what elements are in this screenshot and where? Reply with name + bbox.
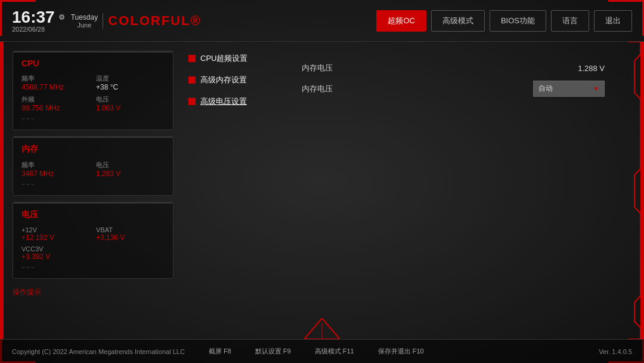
nav-oc-button[interactable]: 超频OC xyxy=(376,10,426,32)
voltage-card: 电压 +12V +12.192 V VBAT +3.136 V VCC3V +3… xyxy=(13,202,174,279)
menu-item-mem-adv[interactable]: 高级内存设置 xyxy=(188,72,284,88)
date-column: Tuesday June xyxy=(71,13,104,29)
cpu-voltage-value: 1.063 V xyxy=(96,104,165,112)
cpu-extfreq-col: 外频 99.756 MHz xyxy=(21,95,90,112)
nav-advanced-button[interactable]: 高级模式 xyxy=(431,10,485,32)
vbat-col: VBAT +3.136 V xyxy=(96,226,165,242)
menu-dot-icon xyxy=(188,55,196,62)
nav-buttons: 超频OC 高级模式 BIOS功能 语言 退出 xyxy=(376,10,632,32)
nav-exit-button[interactable]: 退出 xyxy=(594,10,632,32)
cpu-card: CPU 频率 4588.77 MHz 温度 +38 °C 外频 99.756 M… xyxy=(13,51,174,130)
nav-language-button[interactable]: 语言 xyxy=(551,10,589,32)
menu-cpu-oc-label: CPU超频设置 xyxy=(200,53,247,64)
right-bar-decoration xyxy=(640,42,644,339)
cpu-wave-deco: ~~~ xyxy=(21,116,165,122)
version-text: Ver. 1.4.0.5 xyxy=(599,348,632,355)
menu-dot-icon-2 xyxy=(188,76,196,84)
v12-value: +12.192 V xyxy=(21,233,90,242)
right-deco-svg xyxy=(593,42,640,339)
cpu-card-grid: 频率 4588.77 MHz 温度 +38 °C 外频 99.756 MHz 电… xyxy=(21,74,165,112)
cpu-voltage-col: 电压 1.063 V xyxy=(96,95,165,112)
clock-date: 2022/06/28 xyxy=(12,26,65,33)
voltage-settings-section: 内存电压 1.288 V 内存电压 自动 ▼ xyxy=(302,63,628,97)
vcc3v-value: +3.392 V xyxy=(21,253,90,261)
brand-name: COLORFUL xyxy=(108,13,190,28)
dropdown-value: 自动 xyxy=(538,84,553,94)
memory-card-grid: 频率 3467 MHz 电压 1.283 V xyxy=(21,161,165,178)
cpu-temp-col: 温度 +38 °C xyxy=(96,74,165,91)
cpu-temp-value: +38 °C xyxy=(96,83,165,91)
menu-mem-adv-label: 高级内存设置 xyxy=(200,75,247,85)
volt-row1-label: 内存电压 xyxy=(302,63,349,73)
cpu-freq-label: 频率 4588.77 MHz xyxy=(21,74,90,91)
time-display: 16:37 xyxy=(12,9,55,26)
clock-time: 16:37 ⚙ xyxy=(12,9,65,26)
voltage-row-2: 内存电压 自动 ▼ xyxy=(302,81,628,97)
month: June xyxy=(77,21,91,29)
mem-wave-deco: ~~~ xyxy=(21,182,165,188)
voltage-card-grid: +12V +12.192 V VBAT +3.136 V VCC3V +3.39… xyxy=(21,226,165,261)
middle-panel: CPU超频设置 高级内存设置 高级电压设置 xyxy=(182,42,290,339)
default-shortcut: 默认设置 F9 xyxy=(255,347,291,356)
mem-freq-value: 3467 MHz xyxy=(21,170,90,178)
copyright-text: Copyright (C) 2022 American Megatrends I… xyxy=(12,348,185,355)
main-container: 16:37 ⚙ 2022/06/28 Tuesday June COLORFUL… xyxy=(0,0,644,363)
content-area: CPU 频率 4588.77 MHz 温度 +38 °C 外频 99.756 M… xyxy=(4,42,640,339)
right-panel: 内存电压 1.288 V 内存电压 自动 ▼ xyxy=(290,42,640,339)
vcc3v-col: VCC3V +3.392 V xyxy=(21,245,90,261)
cpu-extfreq-value: 99.756 MHz xyxy=(21,104,90,112)
menu-dot-icon-3 xyxy=(188,98,196,105)
clock-gear-icon: ⚙ xyxy=(58,14,65,21)
voltage-row-1: 内存电压 1.288 V xyxy=(302,63,628,73)
mem-freq-col: 频率 3467 MHz xyxy=(21,161,90,178)
menu-item-volt-adv[interactable]: 高级电压设置 xyxy=(188,94,284,109)
menu-volt-adv-label: 高级电压设置 xyxy=(200,96,247,107)
cpu-card-title: CPU xyxy=(21,59,165,68)
top-bar: 16:37 ⚙ 2022/06/28 Tuesday June COLORFUL… xyxy=(0,0,644,42)
advanced-shortcut: 高级模式 F11 xyxy=(315,347,354,356)
volt-row2-label: 内存电压 xyxy=(302,84,349,94)
bottom-center-deco xyxy=(304,318,340,339)
v12-col: +12V +12.192 V xyxy=(21,226,90,242)
bottom-bar: Copyright (C) 2022 American Megatrends I… xyxy=(0,339,644,363)
clock-section: 16:37 ⚙ 2022/06/28 xyxy=(12,9,65,33)
cpu-freq-value: 4588.77 MHz xyxy=(21,83,90,91)
voltage-wave-deco: ~~~ xyxy=(21,264,165,271)
left-panel: CPU 频率 4588.77 MHz 温度 +38 °C 外频 99.756 M… xyxy=(4,42,182,339)
screenshot-shortcut: 截屏 F8 xyxy=(209,347,231,356)
mem-voltage-col: 电压 1.283 V xyxy=(96,161,165,178)
brand-logo: COLORFUL® xyxy=(108,13,201,29)
mem-voltage-value: 1.283 V xyxy=(96,170,165,178)
memory-card-title: 内存 xyxy=(21,144,165,155)
menu-item-cpu-oc[interactable]: CPU超频设置 xyxy=(188,51,284,66)
save-exit-shortcut: 保存并退出 F10 xyxy=(378,347,424,356)
nav-bios-button[interactable]: BIOS功能 xyxy=(490,10,546,32)
voltage-card-title: 电压 xyxy=(21,210,165,220)
memory-card: 内存 频率 3467 MHz 电压 1.283 V ~~~ xyxy=(13,136,174,196)
operation-hint: 操作提示 xyxy=(13,287,174,297)
triangle-deco-svg xyxy=(304,318,340,339)
vbat-value: +3.136 V xyxy=(96,233,165,242)
day-of-week: Tuesday xyxy=(71,13,98,21)
